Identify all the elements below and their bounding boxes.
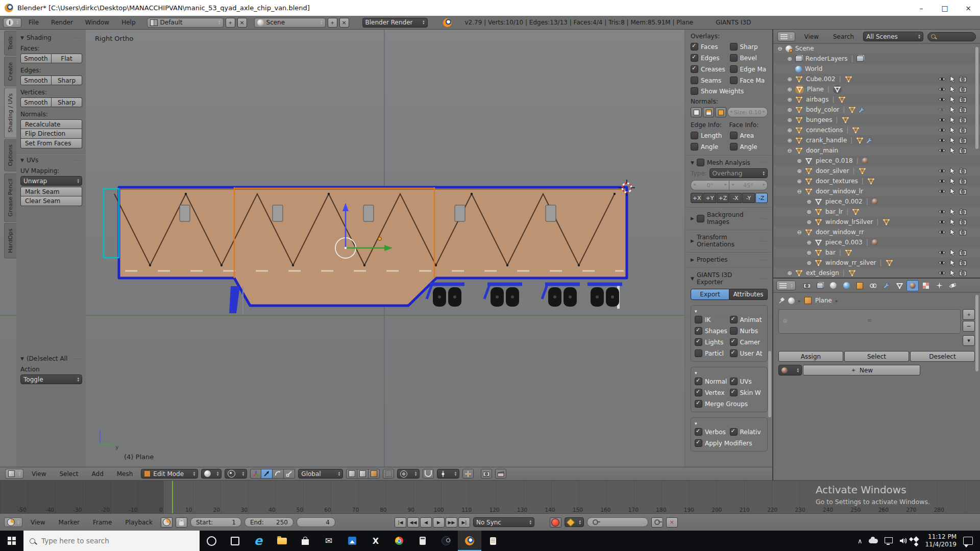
- play-reverse-button[interactable]: ◀: [420, 517, 432, 528]
- panel-grip-icon[interactable]: ····: [74, 158, 82, 163]
- expand-icon[interactable]: ⊕: [786, 86, 793, 93]
- network-icon[interactable]: [885, 537, 893, 543]
- cortana-icon[interactable]: [200, 531, 223, 551]
- collapse-icon[interactable]: ⊖: [786, 147, 793, 154]
- face-select-mode-button[interactable]: [369, 469, 380, 479]
- outliner-row-window-rr-silver[interactable]: ⊕window_rr_silver|: [773, 258, 980, 268]
- checkbox-creases[interactable]: Creases: [691, 65, 729, 73]
- menu-select[interactable]: Select: [54, 470, 83, 478]
- expand-icon[interactable]: ⊕: [786, 96, 793, 103]
- faces-flat-button[interactable]: Flat: [52, 54, 82, 63]
- menu-file[interactable]: File: [23, 19, 44, 26]
- menu-marker[interactable]: Marker: [53, 519, 84, 526]
- properties-tab-modifiers[interactable]: [880, 280, 892, 291]
- expand-icon[interactable]: ⊕: [805, 260, 813, 266]
- outliner-row-cube-002[interactable]: ⊕Cube.002|: [773, 74, 980, 84]
- snap-toggle-button[interactable]: [423, 469, 434, 479]
- panel-header-giants-exporter[interactable]: ▼GIANTS I3D Exporter····: [691, 271, 768, 286]
- outliner-row-bungees[interactable]: ⊕bungees|: [773, 115, 980, 125]
- remove-material-slot-button[interactable]: −: [963, 321, 975, 332]
- outliner-row-renderlayers[interactable]: ⊕RenderLayers|: [773, 54, 980, 64]
- mark-seam-button[interactable]: Mark Seam: [20, 187, 82, 196]
- panel-grip-icon[interactable]: ····: [759, 238, 768, 244]
- snap-element-dropdown[interactable]: ▴▾: [437, 469, 459, 479]
- expand-icon[interactable]: ⊕: [796, 168, 803, 174]
- viewport-shading-dropdown[interactable]: ▴▾: [201, 469, 222, 479]
- chrome-icon[interactable]: [387, 531, 411, 551]
- panel-grip-icon[interactable]: ····: [74, 35, 82, 41]
- viewport-canvas[interactable]: y: [0, 30, 772, 467]
- scene-icon[interactable]: [788, 297, 795, 304]
- jump-next-keyframe-button[interactable]: ▶▶: [446, 517, 457, 528]
- render-toggle-icon[interactable]: [959, 107, 967, 113]
- add-layout-button[interactable]: ＋: [226, 18, 235, 28]
- recalculate-normals-button[interactable]: Recalculate: [20, 119, 82, 129]
- toolshelf-tab-options[interactable]: Options: [4, 139, 16, 171]
- timeline-band[interactable]: -50-40-30-20-100102030405060708090100110…: [0, 480, 980, 514]
- outliner-row-bar-lr[interactable]: ⊕bar_lr|: [773, 207, 980, 217]
- toolshelf-tab-grease-pencil[interactable]: Grease Pencil: [4, 173, 16, 222]
- expand-icon[interactable]: ⊕: [786, 56, 793, 62]
- assign-button[interactable]: Assign: [778, 351, 843, 362]
- panel-header-mesh-analysis[interactable]: ▼Mesh Analysis····: [691, 159, 768, 166]
- outliner-row-piece-0-018[interactable]: ⊕piece_0.018|: [773, 156, 980, 166]
- add-scene-button[interactable]: ＋: [328, 18, 337, 28]
- checkbox-edge-ma[interactable]: Edge Ma: [730, 65, 768, 73]
- menu-view[interactable]: View: [27, 470, 51, 478]
- menu-frame[interactable]: Frame: [88, 519, 117, 526]
- hide-toggle-icon[interactable]: [938, 117, 946, 123]
- expand-icon[interactable]: ⊕: [786, 137, 793, 144]
- outliner-row-ext-design[interactable]: ⊕ext_design|: [773, 268, 980, 278]
- selectability-toggle-icon[interactable]: [950, 127, 955, 134]
- panel-header-background-images[interactable]: ▶Background Images····: [691, 211, 768, 226]
- outliner-row-window-lrsilver[interactable]: ⊕window_lrSilver|: [773, 217, 980, 227]
- material-slot-list[interactable]: ⊕ =: [778, 309, 961, 334]
- panel-header-shading[interactable]: ▼Shading····: [20, 34, 82, 41]
- increment-icon[interactable]: ▸: [763, 182, 765, 187]
- outliner-row-connections[interactable]: ⊕connections|: [773, 125, 980, 135]
- file-explorer-icon[interactable]: [270, 531, 293, 551]
- render-toggle-icon[interactable]: [959, 127, 967, 133]
- keying-set-dropdown[interactable]: ▴▾: [565, 517, 584, 527]
- calculator-icon[interactable]: [411, 531, 434, 551]
- render-toggle-icon[interactable]: [959, 96, 967, 103]
- delete-keyframe-button[interactable]: ×: [666, 517, 678, 528]
- selectability-toggle-icon[interactable]: [950, 96, 955, 103]
- current-frame-marker[interactable]: [172, 481, 173, 514]
- expand-icon[interactable]: ⊕: [796, 178, 803, 185]
- hide-toggle-icon[interactable]: [938, 147, 946, 154]
- outliner-search-input[interactable]: [927, 32, 976, 41]
- mail-icon[interactable]: ✉: [317, 531, 340, 551]
- checkbox-show-weights[interactable]: Show Weights: [691, 87, 768, 95]
- analysis-type-dropdown[interactable]: Overhang▴▾: [709, 168, 768, 178]
- render-toggle-icon[interactable]: [959, 178, 967, 184]
- edges-sharp-button[interactable]: Sharp: [52, 76, 82, 85]
- expand-icon[interactable]: ⊕: [786, 127, 793, 134]
- toolshelf-tab-hardops[interactable]: HardOps: [4, 223, 16, 259]
- object-icon[interactable]: [804, 297, 812, 304]
- hide-toggle-icon[interactable]: [938, 178, 946, 184]
- menu-help[interactable]: Help: [116, 19, 140, 26]
- checkbox-apply-modifiers[interactable]: Apply Modifiers: [695, 439, 764, 447]
- menu-render[interactable]: Render: [46, 19, 78, 26]
- action-center-icon[interactable]: [963, 537, 973, 545]
- outliner-row-door-window-lr[interactable]: ⊖door_window_lr: [773, 186, 980, 196]
- outliner-row-door-silver[interactable]: ⊕door_silver|: [773, 166, 980, 176]
- hide-toggle-icon[interactable]: [938, 96, 946, 103]
- increment-icon[interactable]: ▸: [763, 109, 765, 114]
- render-toggle-icon[interactable]: [959, 219, 967, 225]
- axis-button--y[interactable]: -Y: [742, 193, 754, 203]
- blender-icon[interactable]: [458, 531, 481, 551]
- faces-smooth-button[interactable]: Smooth: [20, 54, 52, 63]
- pivot-center-dropdown[interactable]: ▴▾: [225, 469, 247, 479]
- notepad-icon[interactable]: [481, 531, 505, 551]
- manipulator-toggle-button[interactable]: [250, 469, 261, 479]
- breadcrumb-object-name[interactable]: Plane: [815, 297, 832, 304]
- new-material-button[interactable]: ＋New: [803, 365, 920, 375]
- edge-browser-icon[interactable]: e: [247, 531, 270, 551]
- properties-tab-particles[interactable]: [933, 280, 945, 291]
- decrement-icon[interactable]: ◂: [693, 182, 696, 187]
- menu-window[interactable]: Window: [80, 19, 114, 26]
- increment-icon[interactable]: ▸: [724, 182, 727, 187]
- checkbox-skin-w[interactable]: Skin W: [730, 389, 764, 396]
